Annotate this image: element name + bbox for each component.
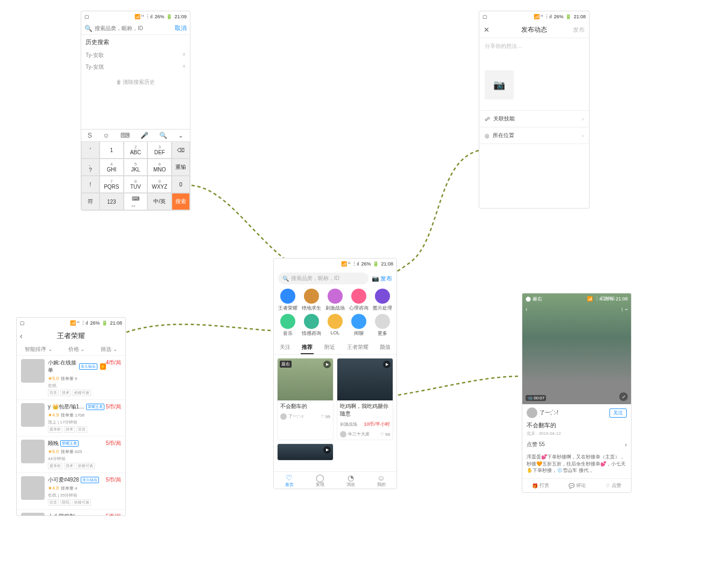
kb-key[interactable]: 4GHI [100, 159, 124, 176]
avatar [21, 513, 45, 516]
kb-key[interactable]: 8TUV [124, 176, 148, 193]
category-item[interactable]: 绝地求生 [301, 289, 322, 312]
feed-card[interactable]: 最右 ▶ 不会翻车的 了一;`:-!♡ 55 [277, 358, 334, 440]
kb-reinput[interactable]: 重输 [172, 159, 190, 176]
close-icon[interactable]: × [182, 63, 186, 71]
card-title: 吃鸡啊，我吃鸡腿你随意 [337, 400, 393, 420]
filter-more[interactable]: 筛选 ⌄ [101, 346, 117, 353]
content-input[interactable]: 分享你的想法… [479, 38, 589, 54]
location-icon: ◎ [485, 133, 490, 139]
category-item[interactable]: LOL [324, 314, 346, 337]
camera-icon: 📷 [493, 79, 505, 91]
category-item[interactable]: 刺激战场 [324, 289, 346, 312]
link-skill-row[interactable]: ☍ 关联技能 › [479, 110, 589, 127]
nav-item[interactable]: ◯发现 [316, 474, 324, 487]
search-input[interactable] [95, 25, 172, 31]
phone-home-screen: 📶 ᴴ ⋮ıl26%🔋21:08 🔍搜索品类，昵称，ID 📷发布 王者荣耀绝地求… [273, 258, 397, 489]
history-item[interactable]: Ty-安歌× [86, 49, 186, 61]
video-player[interactable]: ⬤ 最右 📶 ⋮ıl26%21:08 ‹ ⫶ ⋯ @秒拍 📹 00:07 ⤢ [522, 293, 631, 404]
comment-icon[interactable]: 💬评论 [569, 482, 586, 489]
kb-key[interactable]: 3DEF [147, 141, 172, 159]
publish-button[interactable]: 发布 [573, 26, 585, 34]
kb-key[interactable]: ' [81, 141, 100, 159]
gift-icon[interactable]: 🎁打赏 [532, 482, 549, 489]
phone-publish-screen: ▢ 📶 ᴴ ⋮ıl26%🔋21:08 ✕ 发布动态 发布 分享你的想法… 📷 ☍… [479, 11, 590, 209]
watermark: @秒拍 [600, 295, 615, 302]
cancel-button[interactable]: 取消 [175, 24, 187, 32]
search-row: 🔍 取消 [81, 22, 190, 35]
kb-key[interactable]: ! [81, 176, 100, 193]
kb-backspace[interactable]: ⌫ [172, 141, 190, 159]
kb-tool-key[interactable]: 🎤 [140, 132, 148, 139]
kb-key[interactable]: 7PQRS [100, 176, 124, 193]
close-icon[interactable]: × [182, 52, 186, 59]
tab-item[interactable]: 附近 [323, 341, 336, 354]
back-icon[interactable]: ‹ [526, 306, 527, 312]
page-title: 王者荣耀 [57, 331, 85, 341]
kb-key[interactable]: 2ABC [124, 141, 148, 159]
avatar[interactable] [527, 407, 537, 418]
add-photo-button[interactable]: 📷 [485, 70, 514, 99]
location-row[interactable]: ◎ 所在位置 › [479, 127, 589, 144]
search-icon: 🔍 [84, 25, 93, 32]
history-item[interactable]: Ty-安琪× [86, 61, 186, 73]
kb-tool-key[interactable]: S [88, 132, 92, 139]
category-item[interactable]: 王者荣耀 [277, 289, 299, 312]
tab-item[interactable]: 颜值 [379, 341, 392, 354]
flash-icon: ⚡ [100, 363, 106, 370]
provider-row[interactable]: 十八国服刘备…荣耀王者⚡ ★ 5币/局 [17, 509, 125, 516]
kb-key[interactable]: .? [81, 159, 100, 176]
post-meta: 北京 · 2019-04-12 [527, 431, 627, 436]
follow-button[interactable]: 关注 [609, 408, 627, 418]
feed-card[interactable]: ▶ [277, 443, 334, 461]
kb-key[interactable]: 5JKL [124, 159, 148, 176]
kb-tool-key[interactable]: ☺ [103, 132, 109, 139]
close-icon[interactable]: ✕ [484, 26, 490, 34]
nav-item[interactable]: ♡首页 [285, 474, 294, 487]
category-item[interactable]: 闲聊 [348, 314, 370, 337]
kb-space[interactable]: ⌨⎵ [124, 193, 148, 210]
back-icon[interactable]: ‹ [20, 332, 23, 340]
kb-tool-key[interactable]: ⌨ [120, 132, 130, 139]
kb-key[interactable]: 6MNO [147, 159, 172, 176]
clear-history-button[interactable]: 🗑 清除搜索历史 [86, 73, 186, 91]
post-description: 浑蛋蛋💕下单秒接啊，又在秒接单（主页），秒接🧡五折五折，往后余生秒接单💕，小七天… [527, 453, 627, 475]
tab-item[interactable]: 王者荣耀 [346, 341, 370, 354]
nav-item[interactable]: ☺我的 [377, 474, 386, 487]
kb-lang[interactable]: 中/英 [147, 193, 172, 210]
provider-row[interactable]: 小婉:在线接单永久钻石⚡ ★5.0 接单量 9 在线 语音技术价格可谈 4币/局 [17, 355, 125, 399]
tab-item[interactable]: 推荐 [301, 341, 314, 354]
phone-list-screen: ▢ 📶 ᴴ ⋮ıl26%🔋21:08 ‹ 王者荣耀 智能排序 ⌄ 价格 ⌄ 筛选… [16, 317, 126, 516]
category-item[interactable]: 图片处理 [372, 289, 393, 312]
kb-symbol[interactable]: 符 [81, 193, 100, 210]
tab-item[interactable]: 关注 [279, 341, 292, 354]
kb-search[interactable]: 搜索 [172, 193, 190, 210]
avatar [21, 440, 45, 463]
feed-card[interactable]: ▶ 吃鸡啊，我吃鸡腿你随意 刺激战场10币/半小时 年三十大皮♡ 59 [337, 358, 393, 440]
provider-row[interactable]: 小可爱#4928永久钻石 ★4.8 接单量 4 在线 | 35分钟前 语音陪玩价… [17, 472, 125, 509]
expand-icon[interactable]: ⤢ [619, 392, 628, 401]
category-item[interactable]: 更多 [372, 314, 393, 337]
post-title: 不会翻车的 [527, 421, 627, 429]
likes-row[interactable]: 点赞 55 › [527, 441, 627, 448]
publish-button[interactable]: 📷发布 [372, 275, 392, 283]
nav-item[interactable]: ◔消息 [346, 474, 355, 487]
filter-sort[interactable]: 智能排序 ⌄ [25, 346, 52, 353]
kb-key[interactable]: 0 [172, 176, 190, 193]
kb-key[interactable]: 9WXYZ [147, 176, 172, 193]
provider-row[interactable]: 顾晚荣耀王者 ★5.0 接单量 625 44分钟前 提单价技术价格可谈 5币/局 [17, 436, 125, 472]
price-label: 4币/局 [106, 359, 121, 396]
category-item[interactable]: 心理咨询 [348, 289, 370, 312]
username[interactable]: 了一;`:-! [540, 409, 607, 417]
kb-123[interactable]: 123 [100, 193, 124, 210]
category-item[interactable]: 情感咨询 [301, 314, 322, 337]
category-item[interactable]: 音乐 [277, 314, 299, 337]
search-input[interactable]: 🔍搜索品类，昵称，ID [278, 273, 368, 284]
kb-tool-key[interactable]: ⌄ [178, 132, 183, 139]
filter-price[interactable]: 价格 ⌄ [68, 346, 85, 353]
action-bar: 🎁打赏💬评论♡点赞 [522, 478, 631, 492]
provider-row[interactable]: y 👑包星/输1…荣耀王者 ★4.9 接单量 1708 游上 | 17分钟前 提… [17, 399, 125, 436]
kb-tool-key[interactable]: 🔍 [159, 132, 167, 139]
like-icon[interactable]: ♡点赞 [606, 482, 621, 489]
kb-key[interactable]: 1 [100, 141, 124, 159]
